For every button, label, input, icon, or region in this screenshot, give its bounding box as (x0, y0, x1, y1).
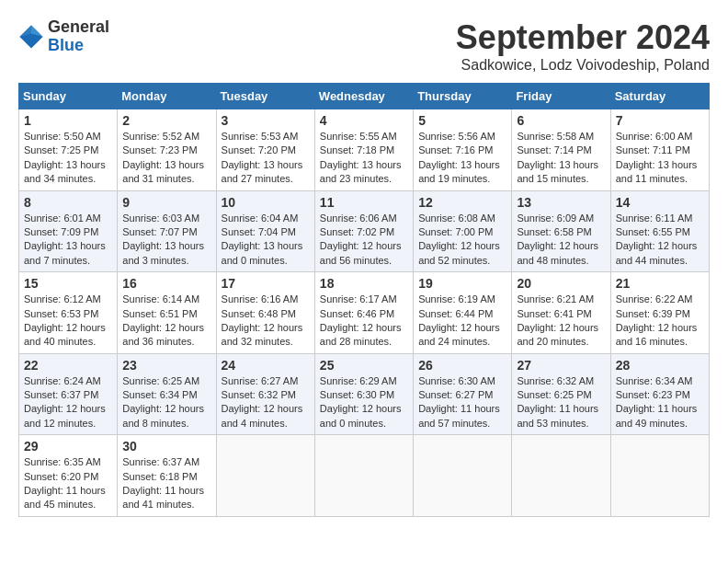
title-section: September 2024 Sadkowice, Lodz Voivodesh… (456, 18, 710, 74)
calendar-table: Sunday Monday Tuesday Wednesday Thursday… (18, 83, 710, 517)
day-number: 3 (222, 113, 310, 128)
col-wednesday: Wednesday (314, 84, 413, 109)
table-row: 19 Sunrise: 6:19 AMSunset: 6:44 PMDaylig… (414, 272, 512, 354)
table-row: 22 Sunrise: 6:24 AMSunset: 6:37 PMDaylig… (19, 353, 118, 435)
day-number: 28 (616, 358, 704, 373)
table-row: 23 Sunrise: 6:25 AMSunset: 6:34 PMDaylig… (118, 353, 216, 435)
day-number: 4 (320, 113, 408, 128)
day-info: Sunrise: 6:17 AMSunset: 6:46 PMDaylight:… (320, 293, 408, 350)
table-row (314, 435, 413, 517)
table-row: 9 Sunrise: 6:03 AMSunset: 7:07 PMDayligh… (118, 190, 216, 272)
day-info: Sunrise: 5:53 AMSunset: 7:20 PMDaylight:… (222, 130, 310, 187)
day-number: 9 (122, 195, 210, 210)
day-info: Sunrise: 6:21 AMSunset: 6:41 PMDaylight:… (517, 293, 605, 350)
day-number: 25 (320, 358, 408, 373)
table-row: 4 Sunrise: 5:55 AMSunset: 7:18 PMDayligh… (314, 109, 413, 191)
day-number: 11 (320, 195, 408, 210)
table-row: 27 Sunrise: 6:32 AMSunset: 6:25 PMDaylig… (512, 353, 610, 435)
day-number: 26 (418, 358, 506, 373)
col-thursday: Thursday (414, 84, 512, 109)
table-row: 10 Sunrise: 6:04 AMSunset: 7:04 PMDaylig… (216, 190, 314, 272)
day-info: Sunrise: 6:24 AMSunset: 6:37 PMDaylight:… (24, 374, 112, 431)
day-number: 17 (222, 276, 310, 291)
day-number: 18 (320, 276, 408, 291)
day-number: 15 (24, 276, 112, 291)
day-number: 1 (24, 113, 112, 128)
day-info: Sunrise: 6:19 AMSunset: 6:44 PMDaylight:… (418, 293, 506, 350)
table-row: 16 Sunrise: 6:14 AMSunset: 6:51 PMDaylig… (118, 272, 216, 354)
day-info: Sunrise: 6:22 AMSunset: 6:39 PMDaylight:… (616, 293, 704, 350)
day-info: Sunrise: 6:01 AMSunset: 7:09 PMDaylight:… (24, 212, 112, 269)
day-number: 12 (418, 195, 506, 210)
table-row: 15 Sunrise: 6:12 AMSunset: 6:53 PMDaylig… (19, 272, 118, 354)
day-number: 13 (517, 195, 605, 210)
day-info: Sunrise: 6:00 AMSunset: 7:11 PMDaylight:… (616, 130, 704, 187)
table-row: 18 Sunrise: 6:17 AMSunset: 6:46 PMDaylig… (314, 272, 413, 354)
day-number: 10 (222, 195, 310, 210)
table-row: 3 Sunrise: 5:53 AMSunset: 7:20 PMDayligh… (216, 109, 314, 191)
day-info: Sunrise: 6:25 AMSunset: 6:34 PMDaylight:… (122, 374, 210, 431)
col-friday: Friday (512, 84, 610, 109)
day-number: 19 (418, 276, 506, 291)
calendar-week-5: 29 Sunrise: 6:35 AMSunset: 6:20 PMDaylig… (19, 435, 710, 517)
day-info: Sunrise: 5:56 AMSunset: 7:16 PMDaylight:… (418, 130, 506, 187)
day-number: 8 (24, 195, 112, 210)
col-tuesday: Tuesday (216, 84, 314, 109)
day-info: Sunrise: 6:04 AMSunset: 7:04 PMDaylight:… (222, 212, 310, 269)
logo-general: General (48, 18, 109, 37)
day-info: Sunrise: 6:30 AMSunset: 6:27 PMDaylight:… (418, 374, 506, 431)
table-row (414, 435, 512, 517)
day-info: Sunrise: 6:37 AMSunset: 6:18 PMDaylight:… (122, 455, 210, 512)
table-row: 2 Sunrise: 5:52 AMSunset: 7:23 PMDayligh… (118, 109, 216, 191)
day-info: Sunrise: 5:50 AMSunset: 7:25 PMDaylight:… (24, 130, 112, 187)
table-row: 25 Sunrise: 6:29 AMSunset: 6:30 PMDaylig… (314, 353, 413, 435)
day-number: 5 (418, 113, 506, 128)
table-row: 28 Sunrise: 6:34 AMSunset: 6:23 PMDaylig… (610, 353, 709, 435)
month-title: September 2024 (456, 18, 710, 57)
table-row: 6 Sunrise: 5:58 AMSunset: 7:14 PMDayligh… (512, 109, 610, 191)
table-row: 30 Sunrise: 6:37 AMSunset: 6:18 PMDaylig… (118, 435, 216, 517)
table-row: 1 Sunrise: 5:50 AMSunset: 7:25 PMDayligh… (19, 109, 118, 191)
logo-icon (18, 24, 44, 50)
table-row: 7 Sunrise: 6:00 AMSunset: 7:11 PMDayligh… (610, 109, 709, 191)
calendar-week-4: 22 Sunrise: 6:24 AMSunset: 6:37 PMDaylig… (19, 353, 710, 435)
day-info: Sunrise: 6:03 AMSunset: 7:07 PMDaylight:… (122, 212, 210, 269)
day-number: 7 (616, 113, 704, 128)
day-info: Sunrise: 6:12 AMSunset: 6:53 PMDaylight:… (24, 293, 112, 350)
day-number: 20 (517, 276, 605, 291)
calendar-week-1: 1 Sunrise: 5:50 AMSunset: 7:25 PMDayligh… (19, 109, 710, 191)
day-number: 27 (517, 358, 605, 373)
table-row (512, 435, 610, 517)
day-number: 14 (616, 195, 704, 210)
day-info: Sunrise: 6:34 AMSunset: 6:23 PMDaylight:… (616, 374, 704, 431)
day-number: 24 (222, 358, 310, 373)
day-number: 23 (122, 358, 210, 373)
calendar-week-3: 15 Sunrise: 6:12 AMSunset: 6:53 PMDaylig… (19, 272, 710, 354)
day-info: Sunrise: 5:58 AMSunset: 7:14 PMDaylight:… (517, 130, 605, 187)
logo-blue: Blue (48, 37, 109, 55)
table-row: 26 Sunrise: 6:30 AMSunset: 6:27 PMDaylig… (414, 353, 512, 435)
table-row: 12 Sunrise: 6:08 AMSunset: 7:00 PMDaylig… (414, 190, 512, 272)
day-number: 2 (122, 113, 210, 128)
table-row: 21 Sunrise: 6:22 AMSunset: 6:39 PMDaylig… (610, 272, 709, 354)
day-number: 6 (517, 113, 605, 128)
calendar-week-2: 8 Sunrise: 6:01 AMSunset: 7:09 PMDayligh… (19, 190, 710, 272)
table-row (610, 435, 709, 517)
page-header: General Blue September 2024 Sadkowice, L… (18, 18, 710, 74)
location-title: Sadkowice, Lodz Voivodeship, Poland (456, 57, 710, 74)
table-row: 14 Sunrise: 6:11 AMSunset: 6:55 PMDaylig… (610, 190, 709, 272)
table-row (216, 435, 314, 517)
table-row: 8 Sunrise: 6:01 AMSunset: 7:09 PMDayligh… (19, 190, 118, 272)
day-info: Sunrise: 5:52 AMSunset: 7:23 PMDaylight:… (122, 130, 210, 187)
logo-text: General Blue (48, 18, 109, 55)
table-row: 17 Sunrise: 6:16 AMSunset: 6:48 PMDaylig… (216, 272, 314, 354)
table-row: 29 Sunrise: 6:35 AMSunset: 6:20 PMDaylig… (19, 435, 118, 517)
logo: General Blue (18, 18, 109, 55)
day-info: Sunrise: 6:09 AMSunset: 6:58 PMDaylight:… (517, 212, 605, 269)
day-number: 30 (122, 439, 210, 454)
day-info: Sunrise: 6:11 AMSunset: 6:55 PMDaylight:… (616, 212, 704, 269)
day-info: Sunrise: 6:35 AMSunset: 6:20 PMDaylight:… (24, 455, 112, 512)
day-info: Sunrise: 6:16 AMSunset: 6:48 PMDaylight:… (222, 293, 310, 350)
day-info: Sunrise: 6:32 AMSunset: 6:25 PMDaylight:… (517, 374, 605, 431)
col-sunday: Sunday (19, 84, 118, 109)
